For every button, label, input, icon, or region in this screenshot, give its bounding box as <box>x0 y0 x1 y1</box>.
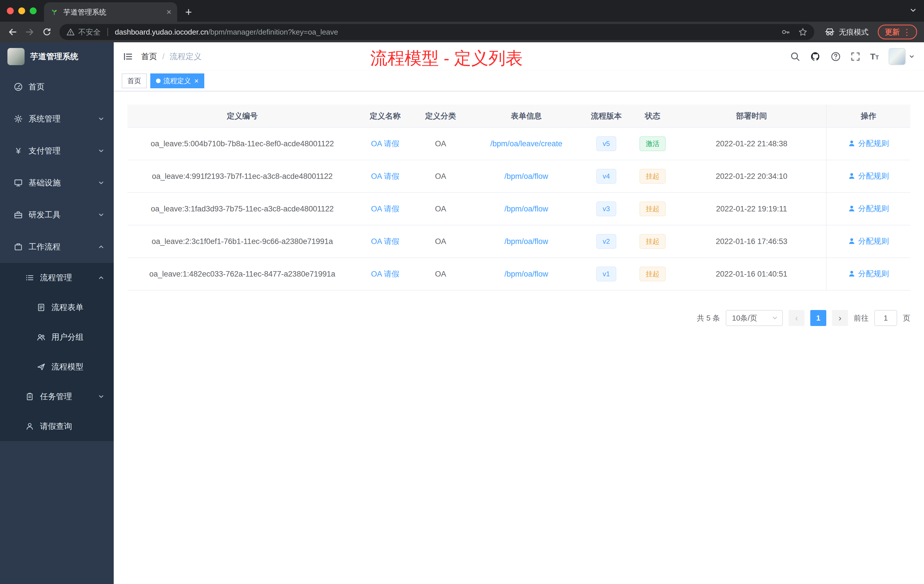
user-avatar-menu[interactable] <box>889 48 915 65</box>
search-icon[interactable] <box>790 51 800 62</box>
incognito-label: 无痕模式 <box>839 27 869 37</box>
sidebar-item-process-model[interactable]: 流程模型 <box>0 352 114 382</box>
definition-name-link[interactable]: OA 请假 <box>371 205 399 213</box>
form-info-link[interactable]: /bpm/oa/flow <box>504 270 548 278</box>
assign-rule-button[interactable]: 分配规则 <box>848 171 889 181</box>
definition-name-link[interactable]: OA 请假 <box>371 237 399 246</box>
status-badge: 激活 <box>639 136 666 151</box>
form-document-icon <box>36 303 46 312</box>
definition-name-link[interactable]: OA 请假 <box>371 172 399 181</box>
tag-close-icon[interactable]: × <box>194 77 198 84</box>
screen: 芋道管理系统 × + 不安全 dashboard.yudao.iocoder.c… <box>0 0 924 584</box>
col-header-status: 状态 <box>628 105 677 127</box>
browser-reload-button[interactable] <box>39 24 55 40</box>
form-info-link[interactable]: /bpm/oa/flow <box>504 172 548 181</box>
browser-menu-icon[interactable]: ⋮ <box>903 27 911 37</box>
sidebar-item-process-form[interactable]: 流程表单 <box>0 292 114 322</box>
update-button[interactable]: 更新 ⋮ <box>878 25 917 40</box>
help-icon[interactable] <box>831 51 841 62</box>
assign-rule-button[interactable]: 分配规则 <box>848 203 889 214</box>
app-window: 芋道管理系统 首页 系统管理 <box>0 42 924 584</box>
github-icon[interactable] <box>810 51 821 62</box>
browser-forward-button[interactable] <box>22 24 38 40</box>
sidebar-menu: 首页 系统管理 ¥ 支付管理 <box>0 71 114 441</box>
form-info-link[interactable]: /bpm/oa/flow <box>504 205 548 213</box>
password-key-icon[interactable] <box>781 27 790 36</box>
tag-home[interactable]: 首页 <box>122 73 147 88</box>
table-row: oa_leave:3:1fad3d93-7b75-11ec-a3c8-acde4… <box>127 193 910 225</box>
chevron-up-icon <box>98 243 105 250</box>
yen-icon: ¥ <box>14 146 23 155</box>
incognito-icon <box>825 27 835 37</box>
browser-back-button[interactable] <box>5 24 21 40</box>
sidebar-item-leave-query[interactable]: 请假查询 <box>0 411 114 441</box>
cell-definition-id: oa_leave:3:1fad3d93-7b75-11ec-a3c8-acde4… <box>127 193 357 225</box>
sidebar-item-task-management[interactable]: 任务管理 <box>0 382 114 411</box>
tab-title: 芋道管理系统 <box>63 7 162 17</box>
sidebar-item-home[interactable]: 首页 <box>0 71 114 103</box>
cell-deploy-time: 2022-01-22 21:48:38 <box>677 127 826 160</box>
definition-table: 定义编号 定义名称 定义分类 表单信息 流程版本 状态 部署时间 操作 oa_l <box>127 105 910 290</box>
app-logo[interactable]: 芋道管理系统 <box>0 42 114 71</box>
address-bar[interactable]: 不安全 dashboard.yudao.iocoder.cn/bpm/manag… <box>59 24 814 40</box>
version-badge[interactable]: v2 <box>596 234 616 249</box>
briefcase-icon <box>14 242 23 251</box>
fullscreen-icon[interactable] <box>851 52 860 61</box>
goto-page-input[interactable] <box>874 310 897 326</box>
col-header-version: 流程版本 <box>584 105 628 127</box>
version-badge[interactable]: v4 <box>596 169 616 184</box>
page-size-select[interactable]: 10条/页 <box>726 310 783 326</box>
new-tab-button[interactable]: + <box>181 4 196 20</box>
breadcrumb-home[interactable]: 首页 <box>141 51 157 62</box>
cell-category: OA <box>413 225 468 258</box>
sidebar-item-infrastructure[interactable]: 基础设施 <box>0 167 114 199</box>
caret-down-icon <box>909 53 915 60</box>
sidebar-item-payment-management[interactable]: ¥ 支付管理 <box>0 135 114 167</box>
bookmark-star-icon[interactable] <box>798 27 807 36</box>
sidebar-item-workflow[interactable]: 工作流程 <box>0 231 114 263</box>
window-close-button[interactable] <box>7 7 14 14</box>
window-minimize-button[interactable] <box>18 7 25 14</box>
assign-rule-button[interactable]: 分配规则 <box>848 236 889 246</box>
tab-close-icon[interactable]: × <box>166 8 172 16</box>
browser-tab[interactable]: 芋道管理系统 × <box>44 2 177 22</box>
assign-rule-button[interactable]: 分配规则 <box>848 269 889 279</box>
sidebar-item-user-group[interactable]: 用户分组 <box>0 322 114 352</box>
col-header-operations: 操作 <box>826 105 910 127</box>
user-group-icon <box>36 333 46 342</box>
tab-search-icon[interactable] <box>909 6 917 14</box>
chevron-down-icon <box>98 115 105 122</box>
next-page-button[interactable]: › <box>832 310 848 326</box>
page-unit-label: 页 <box>903 313 910 323</box>
prev-page-button[interactable]: ‹ <box>789 310 805 326</box>
cell-category: OA <box>413 160 468 193</box>
cell-definition-id: oa_leave:5:004b710b-7b8a-11ec-8ef0-acde4… <box>127 127 357 160</box>
cell-deploy-time: 2022-01-16 01:40:51 <box>677 258 826 290</box>
tab-favicon-icon <box>50 7 59 16</box>
form-info-link[interactable]: /bpm/oa/leave/create <box>490 139 562 148</box>
breadcrumb: 首页 / 流程定义 <box>141 51 202 62</box>
cell-category: OA <box>413 193 468 225</box>
security-warning-icon[interactable] <box>66 28 75 36</box>
sidebar-item-dev-tools[interactable]: 研发工具 <box>0 199 114 231</box>
paper-plane-icon <box>36 362 46 371</box>
table-row: oa_leave:4:991f2193-7b7f-11ec-a3c8-acde4… <box>127 160 910 193</box>
tag-process-definition[interactable]: 流程定义 × <box>150 73 204 88</box>
version-badge[interactable]: v3 <box>596 201 616 216</box>
form-info-link[interactable]: /bpm/oa/flow <box>504 237 548 246</box>
chevron-down-icon <box>98 211 105 218</box>
sidebar-item-system-management[interactable]: 系统管理 <box>0 103 114 135</box>
version-badge[interactable]: v1 <box>596 267 616 281</box>
assign-rule-button[interactable]: 分配规则 <box>848 138 889 148</box>
font-size-icon[interactable]: TT <box>870 52 879 61</box>
definition-name-link[interactable]: OA 请假 <box>371 270 399 278</box>
status-badge: 挂起 <box>639 234 666 249</box>
definition-name-link[interactable]: OA 请假 <box>371 139 399 148</box>
version-badge[interactable]: v5 <box>596 136 616 151</box>
page-number-button[interactable]: 1 <box>810 310 826 326</box>
sidebar-toggle-icon[interactable] <box>123 51 133 62</box>
cell-definition-id: oa_leave:4:991f2193-7b7f-11ec-a3c8-acde4… <box>127 160 357 193</box>
chevron-down-icon <box>771 315 778 322</box>
sidebar-item-process-management[interactable]: 流程管理 <box>0 263 114 292</box>
window-zoom-button[interactable] <box>30 7 36 14</box>
